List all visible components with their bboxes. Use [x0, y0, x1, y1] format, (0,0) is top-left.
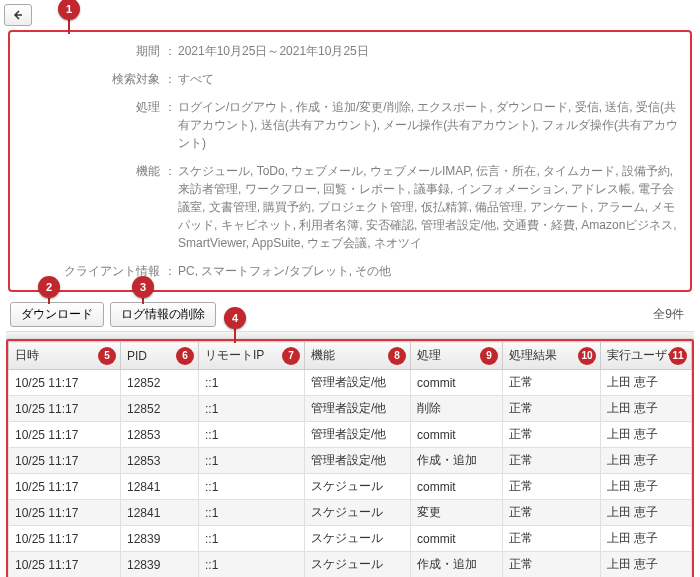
cell-pid: 12853 — [121, 448, 199, 474]
cell-ip: ::1 — [199, 396, 305, 422]
annotation-3-line — [142, 298, 144, 304]
cell-res: 正常 — [503, 500, 601, 526]
cell-ip: ::1 — [199, 422, 305, 448]
annotation-4: 4 — [224, 307, 246, 329]
period-label: 期間 — [14, 42, 164, 60]
delete-log-button-top[interactable]: ログ情報の削除 — [110, 302, 216, 327]
cell-dt: 10/25 11:17 — [9, 422, 121, 448]
cell-feat: スケジュール — [305, 500, 411, 526]
table-row[interactable]: 10/25 11:1712841::1スケジュールcommit正常上田 恵子 — [9, 474, 692, 500]
cell-proc: 作成・追加 — [411, 552, 503, 578]
cell-feat: スケジュール — [305, 526, 411, 552]
cell-feat: スケジュール — [305, 474, 411, 500]
annotation-9: 9 — [480, 347, 498, 365]
cell-ip: ::1 — [199, 474, 305, 500]
cell-res: 正常 — [503, 370, 601, 396]
cell-feat: 管理者設定/他 — [305, 422, 411, 448]
cell-res: 正常 — [503, 552, 601, 578]
cell-user: 上田 恵子 — [601, 474, 692, 500]
table-row[interactable]: 10/25 11:1712853::1管理者設定/他作成・追加正常上田 恵子 — [9, 448, 692, 474]
annotation-2: 2 — [38, 276, 60, 298]
process-value: ログイン/ログアウト, 作成・追加/変更/削除, エクスポート, ダウンロード,… — [178, 98, 682, 152]
back-button[interactable] — [4, 4, 32, 26]
col-process[interactable]: 処理9 — [411, 342, 503, 370]
separator — [6, 331, 694, 339]
cell-feat: スケジュール — [305, 552, 411, 578]
cell-pid: 12839 — [121, 526, 199, 552]
annotation-1-line — [68, 20, 70, 34]
cell-res: 正常 — [503, 448, 601, 474]
log-table-wrap: 日時5 PID6 リモートIP7 機能8 処理9 処理結果10 実行ユーザー11… — [6, 339, 694, 577]
col-remote-ip[interactable]: リモートIP7 — [199, 342, 305, 370]
cell-pid: 12841 — [121, 474, 199, 500]
table-row[interactable]: 10/25 11:1712852::1管理者設定/他commit正常上田 恵子 — [9, 370, 692, 396]
cell-feat: 管理者設定/他 — [305, 448, 411, 474]
cell-user: 上田 恵子 — [601, 526, 692, 552]
result-count-top: 全9件 — [653, 306, 690, 323]
annotation-7: 7 — [282, 347, 300, 365]
cell-pid: 12852 — [121, 396, 199, 422]
table-row[interactable]: 10/25 11:1712841::1スケジュール変更正常上田 恵子 — [9, 500, 692, 526]
cell-proc: 削除 — [411, 396, 503, 422]
cell-res: 正常 — [503, 474, 601, 500]
toolbar-top: 2 ダウンロード 3 ログ情報の削除 全9件 — [4, 298, 696, 331]
table-row[interactable]: 10/25 11:1712853::1管理者設定/他commit正常上田 恵子 — [9, 422, 692, 448]
back-arrow-icon — [12, 9, 24, 21]
cell-dt: 10/25 11:17 — [9, 526, 121, 552]
feature-label: 機能 — [14, 162, 164, 252]
cell-proc: commit — [411, 370, 503, 396]
cell-dt: 10/25 11:17 — [9, 370, 121, 396]
cell-proc: 作成・追加 — [411, 448, 503, 474]
cell-pid: 12841 — [121, 500, 199, 526]
cell-ip: ::1 — [199, 526, 305, 552]
cell-pid: 12839 — [121, 552, 199, 578]
cell-proc: commit — [411, 474, 503, 500]
annotation-4-line — [234, 329, 236, 343]
cell-proc: commit — [411, 526, 503, 552]
cell-ip: ::1 — [199, 448, 305, 474]
cell-feat: 管理者設定/他 — [305, 396, 411, 422]
table-row[interactable]: 10/25 11:1712839::1スケジュール作成・追加正常上田 恵子 — [9, 552, 692, 578]
period-value: 2021年10月25日～2021年10月25日 — [178, 42, 682, 60]
col-result[interactable]: 処理結果10 — [503, 342, 601, 370]
client-value: PC, スマートフォン/タブレット, その他 — [178, 262, 682, 280]
cell-feat: 管理者設定/他 — [305, 370, 411, 396]
cell-ip: ::1 — [199, 552, 305, 578]
cell-user: 上田 恵子 — [601, 552, 692, 578]
cell-dt: 10/25 11:17 — [9, 474, 121, 500]
table-header-row: 日時5 PID6 リモートIP7 機能8 処理9 処理結果10 実行ユーザー11 — [9, 342, 692, 370]
cell-proc: commit — [411, 422, 503, 448]
col-pid[interactable]: PID6 — [121, 342, 199, 370]
annotation-11: 11 — [669, 347, 687, 365]
cell-res: 正常 — [503, 526, 601, 552]
cell-dt: 10/25 11:17 — [9, 396, 121, 422]
download-button-top[interactable]: ダウンロード — [10, 302, 104, 327]
cell-user: 上田 恵子 — [601, 422, 692, 448]
annotation-10: 10 — [578, 347, 596, 365]
annotation-5: 5 — [98, 347, 116, 365]
cell-pid: 12853 — [121, 422, 199, 448]
target-label: 検索対象 — [14, 70, 164, 88]
cell-user: 上田 恵子 — [601, 448, 692, 474]
annotation-2-line — [48, 298, 50, 304]
annotation-1: 1 — [58, 0, 80, 20]
log-table: 日時5 PID6 リモートIP7 機能8 処理9 処理結果10 実行ユーザー11… — [8, 341, 692, 577]
table-row[interactable]: 10/25 11:1712852::1管理者設定/他削除正常上田 恵子 — [9, 396, 692, 422]
cell-pid: 12852 — [121, 370, 199, 396]
col-datetime[interactable]: 日時5 — [9, 342, 121, 370]
cell-user: 上田 恵子 — [601, 500, 692, 526]
search-summary-box: 期間 ： 2021年10月25日～2021年10月25日 検索対象 ： すべて … — [8, 30, 692, 292]
cell-dt: 10/25 11:17 — [9, 552, 121, 578]
cell-user: 上田 恵子 — [601, 396, 692, 422]
annotation-6: 6 — [176, 347, 194, 365]
table-row[interactable]: 10/25 11:1712839::1スケジュールcommit正常上田 恵子 — [9, 526, 692, 552]
annotation-8: 8 — [388, 347, 406, 365]
col-feature[interactable]: 機能8 — [305, 342, 411, 370]
col-user[interactable]: 実行ユーザー11 — [601, 342, 692, 370]
cell-ip: ::1 — [199, 500, 305, 526]
cell-ip: ::1 — [199, 370, 305, 396]
cell-user: 上田 恵子 — [601, 370, 692, 396]
cell-res: 正常 — [503, 422, 601, 448]
cell-proc: 変更 — [411, 500, 503, 526]
cell-dt: 10/25 11:17 — [9, 448, 121, 474]
